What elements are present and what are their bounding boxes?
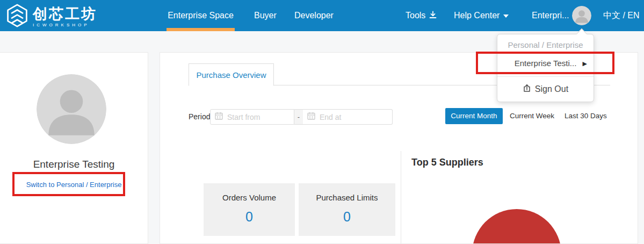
- stat-value: 0: [299, 209, 395, 225]
- filter-last-30-days-button[interactable]: Last 30 Days: [565, 108, 607, 124]
- profile-panel: Enterprise Testing Switch to Personal / …: [0, 52, 148, 244]
- calendar-icon[interactable]: [215, 112, 223, 122]
- column-divider: [401, 151, 401, 244]
- top-suppliers-title: Top 5 Suppliers: [411, 157, 483, 168]
- logo-title: 创芯工坊: [33, 6, 97, 22]
- chevron-down-icon: [503, 15, 509, 18]
- active-nav-underline: [167, 28, 235, 31]
- end-date-input[interactable]: [320, 113, 388, 121]
- annotation-box-switch-link: [12, 172, 125, 196]
- page: 创芯工坊 ICWORKSHOP Enterprise Space Buyer D…: [0, 0, 644, 244]
- profile-name: Enterprise Testing: [0, 159, 148, 170]
- logo-subtitle: ICWORKSHOP: [33, 23, 97, 28]
- stat-label: Orders Volume: [204, 193, 295, 202]
- nav-item-help-center[interactable]: Help Center: [454, 0, 509, 31]
- end-date-field[interactable]: [303, 109, 393, 125]
- stat-label: Purchased Limits: [299, 193, 395, 202]
- logo-hexagon-icon: [5, 3, 29, 30]
- top-navbar: 创芯工坊 ICWORKSHOP Enterprise Space Buyer D…: [0, 0, 644, 31]
- nav-item-buyer[interactable]: Buyer: [254, 0, 277, 31]
- menu-item-sign-out[interactable]: Sign Out: [497, 77, 594, 102]
- language-switcher[interactable]: 中文 / EN: [603, 0, 640, 31]
- annotation-box-enterprise-account: [476, 52, 614, 74]
- filter-current-week-button[interactable]: Current Week: [510, 108, 554, 124]
- stat-value: 0: [204, 209, 295, 225]
- download-icon: [429, 11, 437, 21]
- nav-item-tools[interactable]: Tools: [406, 0, 437, 31]
- suppliers-pie-chart: [472, 209, 561, 244]
- start-date-input[interactable]: [227, 113, 290, 121]
- start-date-field[interactable]: [210, 109, 294, 125]
- tab-purchase-overview[interactable]: Purchase Overview: [189, 63, 274, 86]
- profile-avatar: [37, 74, 106, 144]
- date-range-picker: -: [210, 109, 393, 125]
- logo[interactable]: 创芯工坊 ICWORKSHOP: [5, 3, 97, 30]
- filter-current-month-button[interactable]: Current Month: [445, 108, 503, 124]
- nav-item-developer[interactable]: Developer: [294, 0, 334, 31]
- range-separator: -: [294, 109, 303, 125]
- stat-card-purchased-limits: Purchased Limits 0: [299, 183, 395, 236]
- stat-card-orders-volume: Orders Volume 0: [204, 183, 295, 236]
- nav-item-account[interactable]: Enterpri...: [532, 0, 569, 31]
- navbar-avatar[interactable]: [572, 6, 591, 25]
- sign-out-icon: [523, 84, 531, 95]
- period-label: Period: [189, 109, 210, 125]
- calendar-icon[interactable]: [307, 112, 315, 122]
- nav-item-enterprise-space[interactable]: Enterprise Space: [167, 0, 235, 31]
